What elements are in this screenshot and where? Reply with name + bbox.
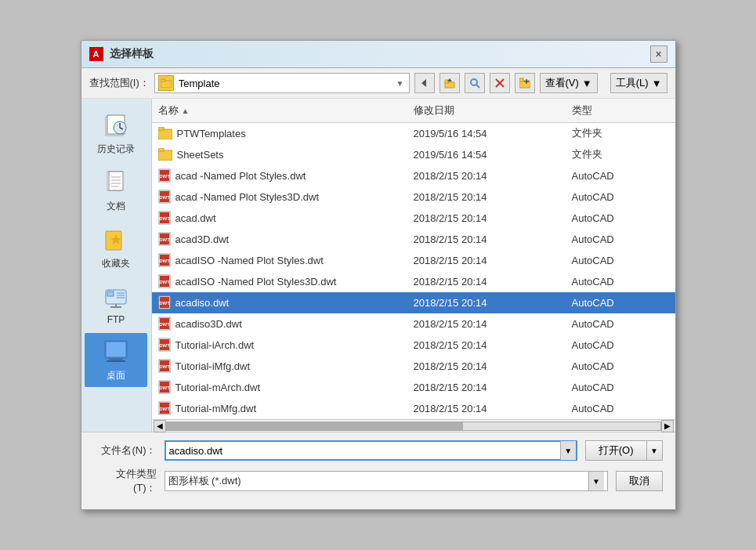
table-row[interactable]: DWT acad -Named Plot Styles3D.dwt2018/2/… (152, 186, 675, 208)
table-row[interactable]: DWT acadiso3D.dwt2018/2/15 20:14AutoCAD (152, 313, 675, 335)
back-button[interactable] (414, 73, 435, 93)
folder-icon (158, 148, 172, 161)
tools-label: 工具(L) (616, 76, 649, 90)
file-name-cell: DWT Tutorial-iMfg.dwt (152, 358, 407, 374)
svg-text:DWT: DWT (159, 195, 170, 200)
svg-line-7 (476, 85, 479, 88)
file-type: AutoCAD (566, 338, 675, 352)
app-icon: A (89, 47, 103, 61)
delete-button[interactable] (490, 73, 510, 93)
filename-dropdown-arrow[interactable]: ▼ (560, 441, 576, 460)
sidebar-item-ftp[interactable]: FTP (85, 278, 147, 330)
file-name: acad.dwt (175, 212, 216, 224)
dwt-icon: DWT (158, 232, 171, 246)
dwt-icon: DWT (158, 190, 171, 204)
tools-menu-button[interactable]: 工具(L) ▼ (610, 73, 667, 93)
svg-marker-2 (421, 79, 426, 87)
filetype-dropdown-arrow[interactable]: ▼ (588, 472, 604, 490)
cancel-button[interactable]: 取消 (616, 471, 663, 491)
file-name-cell: DWT acadiso.dwt (152, 295, 407, 310)
table-row[interactable]: SheetSets2019/5/16 14:54文件夹 (152, 144, 675, 165)
svg-rect-37 (107, 360, 125, 362)
file-type: AutoCAD (566, 296, 675, 309)
file-date: 2018/2/15 20:14 (407, 338, 566, 352)
path-dropdown-arrow[interactable]: ▼ (395, 79, 406, 88)
table-row[interactable]: DWT acad -Named Plot Styles.dwt2018/2/15… (152, 165, 675, 186)
dwt-icon: DWT (158, 359, 171, 373)
table-row[interactable]: DWT acadISO -Named Plot Styles.dwt2018/2… (152, 250, 675, 271)
dwt-icon: DWT (158, 211, 171, 225)
sidebar-item-history[interactable]: 历史记录 (85, 107, 147, 161)
new-folder-button[interactable] (515, 73, 535, 93)
file-type: AutoCAD (566, 212, 675, 225)
open-btn-group: 打开(O) ▼ (585, 440, 663, 461)
dwt-icon: DWT (158, 338, 171, 352)
scroll-thumb[interactable] (167, 422, 463, 430)
filename-input-wrap: ▼ (165, 440, 577, 461)
svg-rect-40 (158, 150, 172, 161)
folder-icon (158, 75, 174, 91)
table-row[interactable]: DWT Tutorial-mMfg.dwt2018/2/15 20:14Auto… (152, 398, 675, 419)
bottom-section: 文件名(N)： ▼ 打开(O) ▼ 文件类型(T)： 图形样板 (*.dwt) … (81, 432, 675, 509)
path-combobox[interactable]: Template ▼ (154, 73, 410, 93)
file-type: AutoCAD (566, 275, 675, 288)
svg-text:DWT: DWT (159, 364, 170, 369)
svg-rect-39 (158, 127, 164, 130)
scroll-track[interactable] (166, 422, 661, 431)
sidebar-item-desktop[interactable]: 桌面 (85, 333, 147, 387)
table-row[interactable]: DWT Tutorial-mArch.dwt2018/2/15 20:14Aut… (152, 377, 675, 398)
filetype-text: 图形样板 (*.dwt) (168, 474, 588, 488)
file-type: AutoCAD (566, 169, 675, 183)
filetype-label: 文件类型(T)： (94, 467, 157, 495)
svg-text:DWT: DWT (159, 237, 170, 242)
file-name: acad -Named Plot Styles3D.dwt (175, 191, 320, 203)
view-menu-button[interactable]: 查看(V) ▼ (540, 73, 598, 93)
filename-input[interactable] (166, 445, 560, 457)
scroll-left-arrow[interactable]: ◀ (154, 420, 166, 432)
up-folder-button[interactable] (439, 73, 460, 93)
file-area: 名称 ▲ 修改日期 类型 PTWTemplates2019/5/16 14:54… (152, 99, 675, 432)
table-row[interactable]: DWT Tutorial-iMfg.dwt2018/2/15 20:14Auto… (152, 356, 675, 377)
table-row[interactable]: DWT acad.dwt2018/2/15 20:14AutoCAD (152, 208, 675, 229)
table-row[interactable]: DWT Tutorial-iArch.dwt2018/2/15 20:14Aut… (152, 335, 675, 356)
file-name: SheetSets (177, 149, 224, 161)
file-name-cell: DWT acad -Named Plot Styles3D.dwt (152, 189, 407, 204)
column-name[interactable]: 名称 ▲ (152, 102, 407, 119)
svg-text:DWT: DWT (159, 343, 170, 348)
history-icon (102, 111, 130, 139)
column-date[interactable]: 修改日期 (407, 102, 566, 119)
scroll-right-arrow[interactable]: ▶ (661, 420, 674, 432)
table-row[interactable]: DWT acadISO -Named Plot Styles3D.dwt2018… (152, 271, 675, 292)
filetype-row: 文件类型(T)： 图形样板 (*.dwt) ▼ 取消 (94, 467, 663, 495)
filetype-select[interactable]: 图形样板 (*.dwt) ▼ (165, 471, 608, 491)
open-button[interactable]: 打开(O) (585, 440, 647, 461)
dwt-icon: DWT (158, 253, 171, 267)
horizontal-scrollbar[interactable]: ◀ ▶ (152, 419, 675, 432)
sidebar-item-docs[interactable]: 文档 (85, 164, 147, 218)
table-row[interactable]: DWT acad3D.dwt2018/2/15 20:14AutoCAD (152, 229, 675, 250)
open-dropdown-arrow[interactable]: ▼ (647, 440, 663, 461)
search-button[interactable] (465, 73, 485, 93)
svg-rect-20 (109, 172, 123, 190)
sort-arrow: ▲ (182, 107, 190, 115)
svg-rect-35 (107, 342, 125, 356)
file-name: acadiso3D.dwt (175, 318, 242, 330)
svg-text:DWT: DWT (159, 385, 170, 390)
svg-text:DWT: DWT (159, 322, 170, 327)
folder-icon (158, 127, 172, 139)
file-date: 2018/2/15 20:14 (407, 360, 566, 373)
file-type: AutoCAD (566, 254, 675, 267)
dwt-icon: DWT (158, 295, 171, 309)
table-row[interactable]: PTWTemplates2019/5/16 14:54文件夹 (152, 123, 675, 144)
sidebar-item-favorites[interactable]: 收藏夹 (85, 221, 147, 275)
file-date: 2018/2/15 20:14 (407, 190, 566, 204)
close-button[interactable]: × (650, 45, 667, 63)
file-name: PTWTemplates (177, 128, 246, 139)
dwt-icon: DWT (158, 274, 171, 288)
title-bar-left: A 选择样板 (89, 47, 154, 61)
column-type[interactable]: 类型 (566, 102, 675, 119)
sidebar-favorites-label: 收藏夹 (102, 257, 130, 270)
main-content: 历史记录 文档 (81, 99, 675, 432)
sidebar-ftp-label: FTP (107, 314, 125, 325)
table-row[interactable]: DWT acadiso.dwt2018/2/15 20:14AutoCAD (152, 292, 675, 313)
